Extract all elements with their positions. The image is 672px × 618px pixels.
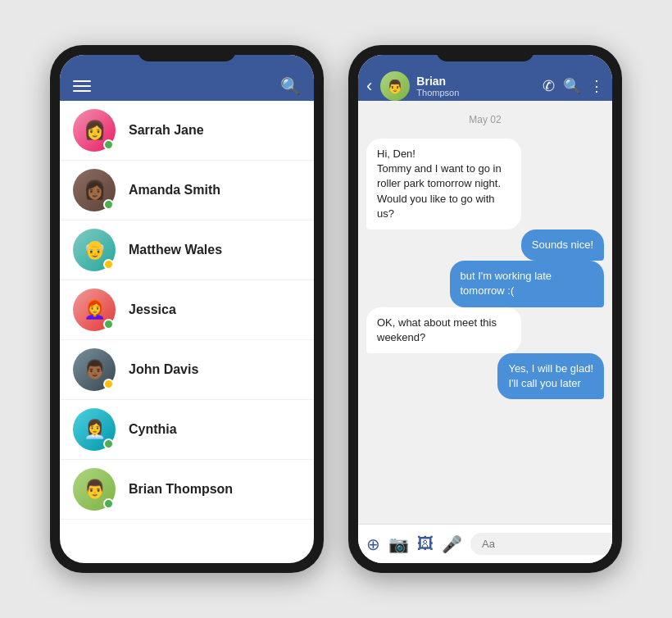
- status-dot-cynthia: [103, 439, 114, 449]
- avatar-wrap-sarrah: 👩: [73, 109, 116, 152]
- notch-left: [138, 45, 236, 61]
- chat-contact-info: Brian Thompson: [416, 75, 536, 98]
- avatar-wrap-brian: 👨: [73, 468, 116, 511]
- message-row-4: Yes, I will be glad! I'll call you later: [366, 353, 604, 399]
- status-dot-jessica: [103, 319, 114, 329]
- message-bubble-4: Yes, I will be glad! I'll call you later: [497, 353, 604, 399]
- contact-name-cynthia: Cynthia: [129, 422, 177, 437]
- contact-name-amanda: Amanda Smith: [129, 183, 220, 198]
- message-bubble-2: but I'm working late tomorrow :(: [450, 261, 605, 307]
- phone-inner-left: 🔍 👩 Sarrah Jane 👩🏾 Amanda Smith 👴 Matthe…: [60, 55, 314, 563]
- more-options-button[interactable]: ⋮: [589, 77, 604, 95]
- contact-item-jessica[interactable]: 👩‍🦰 Jessica: [60, 280, 314, 340]
- contact-list-header: 🔍: [60, 55, 314, 101]
- contact-name-brian: Brian Thompson: [129, 482, 233, 497]
- message-bubble-1: Sounds nice!: [521, 229, 604, 261]
- chat-input-bar: ⊕ 📷 🖼 🎤 😊: [358, 524, 612, 563]
- message-bubble-3: OK, what about meet this weekend?: [366, 307, 521, 353]
- contact-name-matthew: Matthew Wales: [129, 243, 222, 257]
- chat-header-actions: ✆ 🔍 ⋮: [543, 77, 604, 95]
- contact-list: 👩 Sarrah Jane 👩🏾 Amanda Smith 👴 Matthew …: [60, 101, 314, 563]
- avatar-wrap-john: 👨🏾: [73, 348, 116, 391]
- status-dot-amanda: [103, 199, 114, 210]
- contact-item-sarrah[interactable]: 👩 Sarrah Jane: [60, 101, 314, 161]
- status-dot-brian: [103, 498, 114, 509]
- message-bubble-0: Hi, Den! Tommy and I want to go in rolle…: [366, 139, 521, 229]
- chat-search-button[interactable]: 🔍: [563, 77, 581, 95]
- back-button[interactable]: ‹: [366, 75, 372, 97]
- search-button[interactable]: 🔍: [280, 76, 301, 96]
- chat-header: ‹ 👨 Brian Thompson ✆ 🔍 ⋮: [358, 55, 612, 101]
- left-phone: 🔍 👩 Sarrah Jane 👩🏾 Amanda Smith 👴 Matthe…: [50, 45, 324, 573]
- contact-item-brian[interactable]: 👨 Brian Thompson: [60, 460, 314, 520]
- contact-name-sarrah: Sarrah Jane: [129, 123, 204, 138]
- camera-button[interactable]: 📷: [388, 534, 409, 554]
- hamburger-menu-button[interactable]: [73, 80, 91, 92]
- status-dot-sarrah: [103, 139, 114, 150]
- contact-name-jessica: Jessica: [129, 302, 176, 317]
- avatar-wrap-amanda: 👩🏾: [73, 169, 116, 211]
- add-button[interactable]: ⊕: [366, 534, 380, 554]
- chat-messages: May 02 Hi, Den! Tommy and I want to go i…: [358, 101, 612, 524]
- chat-contact-sub: Thompson: [416, 88, 536, 98]
- message-input[interactable]: [470, 533, 612, 555]
- contact-item-john[interactable]: 👨🏾 John Davis: [60, 340, 314, 400]
- call-button[interactable]: ✆: [543, 77, 555, 95]
- message-row-3: OK, what about meet this weekend?: [366, 307, 604, 353]
- contact-item-amanda[interactable]: 👩🏾 Amanda Smith: [60, 161, 314, 220]
- avatar-wrap-cynthia: 👩‍💼: [73, 408, 116, 451]
- message-row-1: Sounds nice!: [366, 229, 604, 261]
- chat-contact-avatar: 👨: [380, 71, 410, 101]
- phone-inner-right: ‹ 👨 Brian Thompson ✆ 🔍 ⋮ May 02 Hi, Den!…: [358, 55, 612, 563]
- status-dot-john: [103, 379, 114, 389]
- avatar-wrap-jessica: 👩‍🦰: [73, 289, 116, 331]
- right-phone: ‹ 👨 Brian Thompson ✆ 🔍 ⋮ May 02 Hi, Den!…: [348, 45, 622, 573]
- date-label: May 02: [366, 114, 604, 125]
- status-dot-matthew: [103, 259, 114, 270]
- contact-item-matthew[interactable]: 👴 Matthew Wales: [60, 220, 314, 280]
- image-button[interactable]: 🖼: [417, 534, 434, 553]
- message-row-0: Hi, Den! Tommy and I want to go in rolle…: [366, 139, 604, 229]
- chat-contact-name: Brian: [416, 75, 536, 89]
- mic-button[interactable]: 🎤: [442, 534, 462, 554]
- notch-right: [436, 45, 534, 61]
- contact-item-cynthia[interactable]: 👩‍💼 Cynthia: [60, 400, 314, 460]
- contact-name-john: John Davis: [129, 362, 198, 377]
- message-row-2: but I'm working late tomorrow :(: [366, 261, 604, 307]
- avatar-wrap-matthew: 👴: [73, 229, 116, 271]
